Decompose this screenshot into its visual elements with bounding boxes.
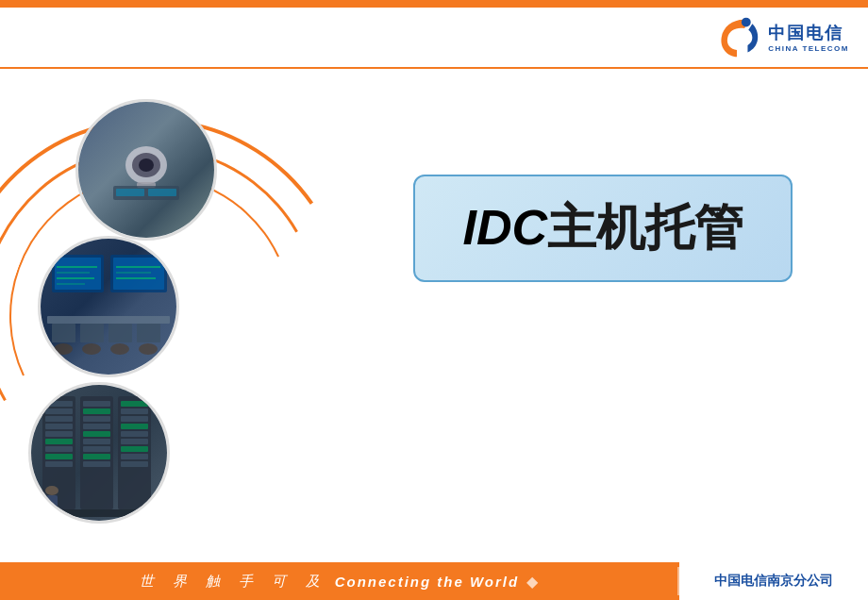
svg-rect-22 (108, 324, 132, 342)
svg-rect-38 (45, 454, 73, 459)
svg-rect-47 (83, 454, 110, 459)
svg-point-26 (110, 343, 129, 355)
bottom-en-slogan: Connecting the World (335, 574, 520, 590)
svg-rect-19 (47, 316, 170, 324)
svg-rect-9 (55, 258, 101, 290)
svg-rect-44 (83, 431, 110, 437)
logo-area: 中国电信 CHINA TELECOM (713, 16, 849, 58)
svg-point-25 (82, 343, 101, 355)
bottom-company-name: 中国电信南京分公司 (714, 573, 833, 590)
bottom-right-section: 中国电信南京分公司 (679, 562, 868, 600)
svg-point-59 (45, 486, 58, 495)
title-text: IDC主机托管 (462, 195, 743, 261)
svg-rect-36 (45, 439, 73, 444)
header: 中国电信 CHINA TELECOM (0, 8, 868, 69)
svg-rect-31 (45, 401, 73, 407)
svg-rect-56 (121, 454, 148, 459)
svg-rect-46 (83, 446, 110, 452)
server-photo (31, 385, 167, 521)
circle-datacenter (38, 236, 179, 377)
svg-rect-39 (45, 461, 73, 467)
svg-rect-32 (45, 408, 73, 414)
bottom-left-section: 世 界 触 手 可 及 Connecting the World ◆ (0, 573, 677, 591)
bottom-bar: 世 界 触 手 可 及 Connecting the World ◆ 中国电信南… (0, 562, 868, 600)
svg-rect-53 (121, 431, 148, 437)
svg-rect-42 (83, 416, 110, 422)
svg-point-3 (139, 158, 154, 172)
circle-surveillance (75, 99, 217, 241)
svg-rect-37 (45, 446, 73, 452)
svg-rect-43 (83, 424, 110, 429)
svg-rect-15 (113, 258, 164, 290)
svg-rect-54 (121, 439, 148, 444)
svg-rect-58 (38, 509, 160, 517)
svg-rect-60 (46, 495, 58, 509)
svg-rect-55 (121, 446, 148, 452)
svg-rect-7 (148, 189, 176, 196)
logo-cn-text: 中国电信 (768, 22, 843, 44)
bottom-divider-icon: ◆ (526, 573, 538, 591)
surveillance-photo (78, 102, 214, 238)
svg-rect-52 (121, 424, 148, 429)
title-idc: IDC (462, 200, 547, 255)
circle-server (28, 382, 170, 524)
top-orange-bar (0, 0, 868, 8)
main-content: IDC主机托管 (0, 71, 868, 562)
svg-rect-33 (45, 416, 73, 422)
datacenter-photo (41, 239, 176, 375)
svg-point-27 (139, 343, 158, 355)
svg-rect-45 (83, 439, 110, 444)
svg-point-0 (742, 18, 751, 27)
svg-rect-51 (121, 416, 148, 422)
china-telecom-logo-icon (713, 16, 760, 58)
svg-rect-40 (83, 401, 110, 407)
svg-rect-57 (121, 461, 148, 467)
logo-en-text: CHINA TELECOM (768, 44, 849, 53)
svg-rect-49 (121, 401, 148, 407)
svg-rect-23 (137, 324, 160, 342)
svg-rect-35 (45, 431, 73, 437)
svg-rect-21 (80, 324, 104, 342)
circle-images (28, 99, 255, 538)
svg-rect-41 (83, 408, 110, 414)
title-box: IDC主机托管 (413, 175, 793, 282)
svg-rect-6 (116, 189, 144, 196)
svg-rect-34 (45, 424, 73, 429)
svg-rect-48 (83, 461, 110, 467)
svg-rect-20 (52, 324, 75, 342)
svg-rect-50 (121, 408, 148, 414)
svg-point-24 (54, 343, 73, 355)
logo-text-area: 中国电信 CHINA TELECOM (768, 22, 849, 53)
title-cn: 主机托管 (547, 200, 743, 255)
bottom-cn-slogan: 世 界 触 手 可 及 (140, 573, 327, 591)
